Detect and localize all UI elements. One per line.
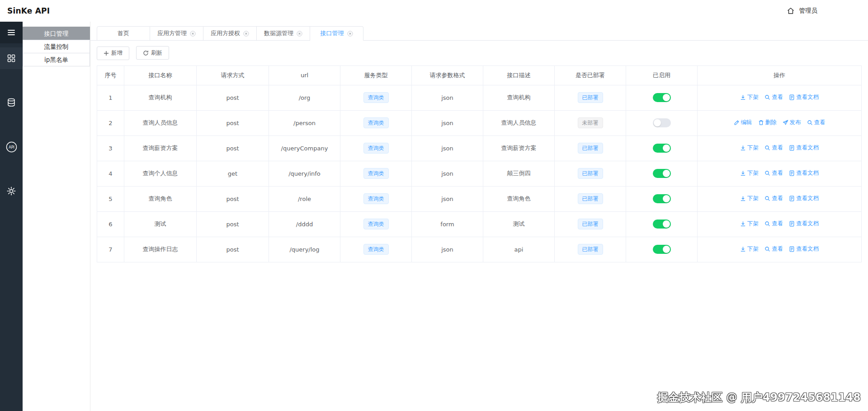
search-action[interactable]: 查看 bbox=[764, 245, 783, 253]
send-action[interactable]: 发布 bbox=[783, 119, 801, 126]
download-icon bbox=[740, 196, 746, 201]
document-icon bbox=[789, 94, 795, 100]
enabled-toggle[interactable] bbox=[653, 118, 671, 127]
enabled-toggle[interactable] bbox=[653, 194, 671, 203]
column-header-2: 请求方式 bbox=[197, 65, 269, 85]
download-action[interactable]: 下架 bbox=[740, 93, 759, 101]
edit-action[interactable]: 编辑 bbox=[734, 119, 752, 126]
cell-deploy-status: 已部署 bbox=[555, 186, 626, 211]
action-label: 查看 bbox=[772, 245, 783, 253]
delete-action[interactable]: 删除 bbox=[758, 119, 777, 126]
column-header-3: url bbox=[269, 65, 340, 85]
sidebar-item-2[interactable]: ip黑名单 bbox=[23, 53, 90, 66]
search-action[interactable]: 查看 bbox=[764, 169, 783, 177]
service-type-tag: 查询类 bbox=[363, 219, 389, 229]
search-action[interactable]: 查看 bbox=[764, 144, 783, 152]
database-icon bbox=[6, 98, 16, 107]
cell-name: 查询机构 bbox=[124, 85, 197, 110]
action-label: 删除 bbox=[765, 119, 777, 126]
refresh-button-label: 刷新 bbox=[151, 49, 162, 57]
enabled-toggle[interactable] bbox=[653, 93, 671, 102]
cell-enabled bbox=[626, 135, 698, 161]
document-action[interactable]: 查看文档 bbox=[789, 220, 819, 228]
cell-deploy-status: 已部署 bbox=[555, 237, 626, 262]
close-icon[interactable] bbox=[243, 31, 249, 37]
cell-param-format: json bbox=[412, 135, 483, 161]
tab-4[interactable]: 接口管理 bbox=[310, 26, 363, 41]
cell-service-type: 查询类 bbox=[340, 211, 412, 237]
tab-3[interactable]: 数据源管理 bbox=[257, 26, 310, 41]
search-icon bbox=[807, 120, 813, 126]
table-body: 1查询机构post/org查询类json查询机构已部署下架查看查看文档2查询人员… bbox=[97, 85, 862, 262]
cell-url: /dddd bbox=[269, 211, 340, 237]
download-action[interactable]: 下架 bbox=[740, 169, 759, 177]
tab-0[interactable]: 首页 bbox=[97, 26, 150, 41]
download-action[interactable]: 下架 bbox=[740, 195, 759, 202]
search-action[interactable]: 查看 bbox=[764, 195, 783, 202]
action-label: 查看文档 bbox=[796, 245, 819, 253]
document-action[interactable]: 查看文档 bbox=[789, 93, 819, 101]
deploy-status-tag: 已部署 bbox=[578, 193, 603, 204]
search-action[interactable]: 查看 bbox=[764, 220, 783, 228]
refresh-icon bbox=[143, 50, 149, 56]
service-type-tag: 查询类 bbox=[363, 193, 389, 204]
action-label: 查看 bbox=[772, 169, 783, 177]
sidebar-item-0[interactable]: 接口管理 bbox=[23, 27, 90, 40]
enabled-toggle[interactable] bbox=[653, 169, 671, 178]
document-icon bbox=[789, 196, 795, 201]
cell-actions: 下架查看查看文档 bbox=[698, 211, 862, 237]
home-icon[interactable] bbox=[787, 7, 795, 15]
cell-method: post bbox=[197, 237, 269, 262]
enabled-toggle[interactable] bbox=[653, 144, 671, 153]
search-action[interactable]: 查看 bbox=[807, 119, 826, 126]
service-type-tag: 查询类 bbox=[363, 168, 389, 179]
api-icon: API bbox=[5, 141, 18, 153]
user-name[interactable]: 管理员 bbox=[799, 7, 818, 15]
download-action[interactable]: 下架 bbox=[740, 245, 759, 253]
action-links: 下架查看查看文档 bbox=[740, 93, 819, 101]
tab-1[interactable]: 应用方管理 bbox=[150, 26, 203, 41]
download-action[interactable]: 下架 bbox=[740, 220, 759, 228]
cell-actions: 下架查看查看文档 bbox=[698, 186, 862, 211]
close-icon[interactable] bbox=[190, 31, 196, 37]
deploy-status-tag: 已部署 bbox=[578, 143, 603, 154]
rail-item-api[interactable]: API bbox=[0, 136, 23, 158]
refresh-button[interactable]: 刷新 bbox=[136, 46, 169, 60]
action-links: 下架查看查看文档 bbox=[740, 195, 819, 202]
cell-param-format: json bbox=[412, 85, 483, 110]
cell-url: /org bbox=[269, 85, 340, 110]
add-button-label: 新增 bbox=[111, 49, 123, 57]
enabled-toggle[interactable] bbox=[653, 220, 671, 229]
action-label: 查看文档 bbox=[796, 220, 819, 228]
column-header-5: 请求参数格式 bbox=[412, 65, 483, 85]
cell-service-type: 查询类 bbox=[340, 186, 412, 211]
cell-name: 查询操作日志 bbox=[124, 237, 197, 262]
rail-item-database[interactable] bbox=[0, 92, 23, 113]
enabled-toggle[interactable] bbox=[653, 245, 671, 254]
cell-description: 查询机构 bbox=[483, 85, 555, 110]
cell-deploy-status: 未部署 bbox=[555, 110, 626, 135]
deploy-status-tag: 已部署 bbox=[578, 244, 603, 255]
rail-item-grid[interactable] bbox=[0, 47, 23, 69]
search-action[interactable]: 查看 bbox=[764, 93, 783, 101]
toggle-knob bbox=[654, 119, 661, 126]
tab-bar: 首页应用方管理应用方授权数据源管理接口管理 bbox=[90, 22, 868, 41]
download-action[interactable]: 下架 bbox=[740, 144, 759, 152]
rail-item-menu[interactable] bbox=[0, 22, 23, 43]
close-icon[interactable] bbox=[297, 31, 302, 37]
tab-label: 数据源管理 bbox=[264, 29, 293, 37]
close-icon[interactable] bbox=[347, 31, 353, 37]
service-type-tag: 查询类 bbox=[363, 117, 389, 128]
rail-item-gear[interactable] bbox=[0, 180, 23, 202]
document-action[interactable]: 查看文档 bbox=[789, 245, 819, 253]
service-type-tag: 查询类 bbox=[363, 92, 389, 103]
table-row: 2查询人员信息post/person查询类json查询人员信息未部署编辑删除发布… bbox=[97, 110, 862, 135]
sidebar-item-1[interactable]: 流量控制 bbox=[23, 40, 90, 53]
tab-2[interactable]: 应用方授权 bbox=[203, 26, 257, 41]
column-header-9: 操作 bbox=[698, 65, 862, 85]
search-icon bbox=[764, 94, 770, 100]
add-button[interactable]: 新增 bbox=[97, 47, 129, 60]
document-action[interactable]: 查看文档 bbox=[789, 144, 819, 152]
document-action[interactable]: 查看文档 bbox=[789, 169, 819, 177]
document-action[interactable]: 查看文档 bbox=[789, 195, 819, 202]
